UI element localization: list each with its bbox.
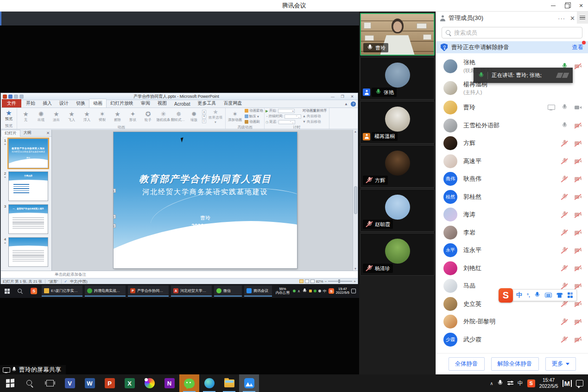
video-tile[interactable]: 方辉 xyxy=(360,145,435,188)
visio-taskbar-button[interactable]: V xyxy=(60,374,80,392)
save-icon[interactable] xyxy=(8,95,13,99)
shared-ime-indicator[interactable]: 中 xyxy=(323,289,327,294)
animation-order-tag-3[interactable]: 3 xyxy=(114,224,116,228)
video-tile[interactable]: 楊苒溫桐 xyxy=(360,101,435,144)
restore-button[interactable] xyxy=(560,0,574,12)
camera-icon[interactable] xyxy=(574,139,582,147)
video-tile[interactable]: 杨清珍 xyxy=(360,233,435,276)
shared-search-icon[interactable] xyxy=(18,289,23,294)
tray-speaker-icon[interactable] xyxy=(318,290,321,292)
member-row[interactable]: 桂然郭桂然 xyxy=(436,188,588,206)
notes-pane[interactable]: 单击此处添加备注 xyxy=(1,271,358,278)
ribbon-tab-9[interactable]: Acrobat xyxy=(171,101,194,107)
member-row[interactable]: 永平连永平 xyxy=(436,241,588,259)
ime-punct-toggle[interactable]: °, xyxy=(527,293,530,298)
camera-icon[interactable] xyxy=(574,318,582,325)
video-tile[interactable]: 赵朝霞 xyxy=(360,189,435,232)
animation-effect-item[interactable]: ★无 xyxy=(18,111,33,122)
slide-title-text[interactable]: 教育部产学合作协同育人项目 xyxy=(114,173,297,185)
hidden-icons-chevron[interactable]: ∧ xyxy=(490,381,493,386)
clock[interactable]: 15:47 2022/5/5 xyxy=(539,377,558,389)
powerpoint-taskbar-button[interactable]: P xyxy=(100,374,120,392)
member-row[interactable]: 少霞武少霞 xyxy=(436,331,588,349)
tray-mic-icon[interactable] xyxy=(302,288,307,294)
video-tile[interactable]: 曹玲 xyxy=(360,13,435,56)
start-combobox[interactable]: ▾ xyxy=(278,109,295,113)
gallery-scrollbar[interactable]: ▲▼≡ xyxy=(202,110,207,123)
camera-icon[interactable] xyxy=(574,175,582,183)
mic-icon[interactable] xyxy=(561,247,568,254)
ribbon-tab-7[interactable]: 审阅 xyxy=(137,99,154,107)
mic-icon[interactable] xyxy=(374,89,382,96)
mic-icon[interactable] xyxy=(366,265,373,272)
animation-order-tag-1[interactable]: 1 xyxy=(114,189,116,193)
mic-icon[interactable] xyxy=(561,265,568,272)
ribbon-tab-11[interactable]: 百度网盘 xyxy=(220,99,246,107)
ppt-minimize-button[interactable]: — xyxy=(329,95,336,99)
thumb-panel-close-icon[interactable]: ✕ xyxy=(46,131,51,135)
panel-menu-icon[interactable] xyxy=(577,12,588,24)
sogou-tray-icon[interactable]: S xyxy=(527,379,535,387)
file-explorer-taskbar-button[interactable] xyxy=(219,374,239,392)
outline-tab[interactable]: 大纲 xyxy=(20,130,35,136)
start-taskbar-button[interactable] xyxy=(0,374,20,392)
help-icon[interactable]: ? xyxy=(351,101,356,107)
meeting-m-logo-icon[interactable]: M xyxy=(563,380,572,387)
trigger-button[interactable]: 触发 ▾ xyxy=(245,114,263,119)
tray-green-icon[interactable] xyxy=(314,290,316,292)
quick-access-toolbar[interactable] xyxy=(3,95,24,99)
member-row[interactable]: 王雪松外语部 xyxy=(436,117,588,135)
slide-canvas[interactable]: 教育部产学合作协同育人项目 河北经贸大学商务英语实践基地建设 曹玲 2022.0… xyxy=(114,132,297,268)
mic-icon[interactable] xyxy=(561,336,568,343)
camera-icon[interactable] xyxy=(574,229,582,236)
taskbar-mic-icon[interactable] xyxy=(498,379,503,387)
animation-effect-item[interactable]: ★浮入 xyxy=(79,111,95,122)
animation-effect-item[interactable]: ✳随机线条 xyxy=(156,111,171,122)
ribbon-tab-10[interactable]: 更多工具 xyxy=(194,99,220,107)
shared-sogou-icon[interactable]: S xyxy=(31,288,37,294)
video-tile[interactable]: 张艳 xyxy=(360,57,435,100)
member-search-box[interactable] xyxy=(442,27,582,38)
slideshow-view-icon[interactable] xyxy=(310,279,315,283)
ime-skin-icon[interactable] xyxy=(556,293,563,298)
mic-icon[interactable] xyxy=(366,177,373,184)
slide-author-text[interactable]: 曹玲 xyxy=(114,215,297,221)
redo-icon[interactable] xyxy=(19,95,24,99)
shared-start-button[interactable] xyxy=(5,289,10,294)
animation-effect-item[interactable]: ✶劈裂 xyxy=(95,111,110,122)
member-row[interactable]: 海涛 xyxy=(436,206,588,224)
add-animation-button[interactable]: ✶ 添加动画 xyxy=(227,110,243,122)
animation-effect-item[interactable]: ✺出现 xyxy=(33,111,49,122)
view-request-button[interactable]: 查看 xyxy=(572,44,583,51)
animation-painter-button[interactable]: 动画刷 xyxy=(245,120,263,124)
mic-icon[interactable] xyxy=(561,211,568,218)
animation-effect-item[interactable]: ✪轮子 xyxy=(140,111,156,122)
slide-thumbnail[interactable]: 1✦教育部产学合作协同育人项目河北经贸大学商务英语实践基地建设曹玲2022.05… xyxy=(2,139,51,168)
ribbon-tab-6[interactable]: 幻灯片放映 xyxy=(107,99,137,107)
sorter-view-icon[interactable] xyxy=(305,279,309,283)
ribbon-tab-5[interactable]: 动画 xyxy=(89,99,107,107)
mic-icon[interactable] xyxy=(561,318,568,325)
ime-mode-toggle[interactable]: 中 xyxy=(516,291,522,299)
panel-close-icon[interactable]: ✕ xyxy=(570,15,575,22)
animation-effect-item[interactable]: ✵翻转式由远... xyxy=(171,111,186,122)
shared-taskbar-item[interactable]: 跨境电商实战平台 ... xyxy=(85,285,126,297)
ribbon-tab-8[interactable]: 视图 xyxy=(154,99,171,107)
slide-scrollbar[interactable]: ▲▼ xyxy=(353,130,358,271)
unmute-all-button[interactable]: 解除全体静音 xyxy=(491,357,539,371)
shared-taskbar-item[interactable]: A河北经贸大学实践... xyxy=(171,285,212,297)
move-later-button[interactable]: ▼ 向后移动 xyxy=(303,120,327,124)
ime-indicator[interactable]: 中 xyxy=(518,379,523,387)
shared-taskbar-item[interactable]: E:\厦门亿学实践班... xyxy=(42,285,82,297)
panel-more-icon[interactable]: ··· xyxy=(558,15,565,22)
close-button[interactable]: ✕ xyxy=(574,0,588,12)
task-view-taskbar-button[interactable] xyxy=(40,374,60,392)
member-row[interactable]: 外院-邵黎明 xyxy=(436,313,588,331)
camera-icon[interactable] xyxy=(574,63,582,70)
ribbon-tab-2[interactable]: 插入 xyxy=(39,99,56,107)
zoom-out-icon[interactable]: − xyxy=(325,279,327,284)
shared-taskbar-item[interactable]: 微信 xyxy=(214,285,242,297)
animation-effect-item[interactable]: ★擦除 xyxy=(110,111,125,122)
edge-taskbar-button[interactable] xyxy=(199,374,219,392)
mic-icon[interactable] xyxy=(366,44,373,51)
